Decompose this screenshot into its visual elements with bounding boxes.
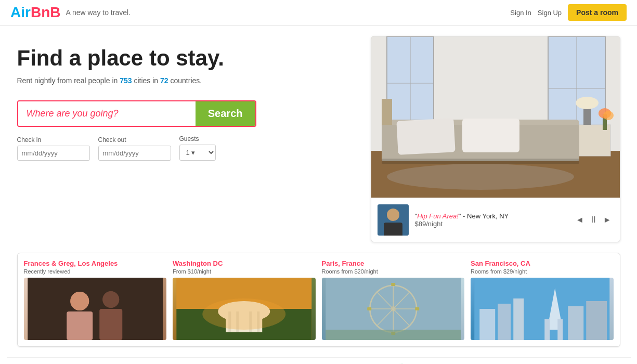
card-paris-image[interactable] — [322, 278, 465, 340]
subtitle-prefix: Rent nightly from real people in — [17, 76, 120, 85]
svg-point-29 — [70, 292, 89, 310]
press-section: As seen on: CNN The New York Times TechC… — [7, 357, 631, 364]
guests-group: Guests 1 ▾ 2 3 4 — [179, 135, 216, 161]
featured-image — [371, 36, 620, 198]
subtitle-middle: cities in — [132, 76, 160, 85]
checkin-label: Check in — [17, 136, 90, 144]
svg-point-19 — [387, 164, 574, 190]
prev-button[interactable]: ◄ — [574, 214, 586, 226]
logo-area: AirBnB A new way to travel. — [10, 4, 131, 21]
press-logo-cnn: CNN — [66, 362, 88, 364]
checkin-group: Check in — [17, 136, 90, 161]
svg-rect-28 — [99, 309, 122, 340]
card-dc-sublabel: From $10/night — [173, 268, 316, 275]
checkout-group: Check out — [98, 136, 171, 161]
caption-thumbnail — [378, 204, 409, 236]
guests-label: Guests — [179, 135, 216, 142]
countries-count: 72 — [160, 76, 168, 85]
card-sf-label: San Francisco, CA — [471, 259, 614, 267]
hero-subtitle: Rent nightly from real people in 753 cit… — [17, 76, 360, 85]
la-svg — [24, 278, 167, 340]
card-dc: Washington DC From $10/night — [173, 259, 316, 340]
search-input[interactable] — [18, 101, 196, 126]
svg-point-39 — [202, 298, 285, 330]
bedroom-scene-svg — [371, 36, 620, 198]
guests-select[interactable]: 1 ▾ 2 3 4 — [179, 145, 216, 161]
caption-location: " - New York, NY — [459, 212, 509, 220]
featured-caption: "Hip Fun Area!" - New York, NY $89/night… — [371, 198, 620, 242]
logo-air: Air — [10, 4, 31, 20]
header: AirBnB A new way to travel. Sign In Sign… — [0, 0, 637, 25]
featured-card: "Hip Fun Area!" - New York, NY $89/night… — [371, 36, 620, 242]
svg-point-30 — [102, 291, 119, 308]
svg-rect-20 — [382, 159, 579, 164]
post-room-button[interactable]: Post a room — [568, 4, 627, 21]
sf-svg — [471, 278, 614, 340]
svg-point-10 — [576, 97, 599, 109]
pause-button[interactable]: II — [589, 214, 598, 226]
card-dc-image[interactable] — [173, 278, 316, 340]
svg-point-22 — [387, 209, 399, 221]
card-la: Frances & Greg, Los Angeles Recently rev… — [24, 259, 167, 340]
svg-rect-52 — [326, 278, 461, 340]
checkout-input[interactable] — [98, 146, 171, 161]
checkin-input[interactable] — [17, 146, 90, 161]
svg-rect-26 — [67, 311, 93, 340]
caption-title: "Hip Fun Area!" - New York, NY — [415, 212, 567, 220]
card-la-label: Frances & Greg, Los Angeles — [24, 259, 167, 267]
svg-rect-17 — [396, 118, 455, 155]
card-paris-label: Paris, France — [322, 259, 465, 267]
search-box: Search — [17, 100, 256, 127]
card-dc-label: Washington DC — [173, 259, 316, 267]
caption-controls: ◄ II ► — [574, 214, 614, 226]
logo-bnb: BnB — [31, 4, 61, 20]
bottom-section: Frances & Greg, Los Angeles Recently rev… — [7, 253, 631, 347]
form-row: Check in Check out Guests 1 ▾ 2 3 4 — [17, 135, 256, 161]
card-sf-image[interactable] — [471, 278, 614, 340]
press-logos: CNN The New York Times TechCrunch Newswe… — [66, 362, 407, 364]
right-panel: "Hip Fun Area!" - New York, NY $89/night… — [371, 36, 620, 242]
card-la-sublabel: Recently reviewed — [24, 268, 167, 275]
logo-tagline: A new way to travel. — [66, 8, 131, 17]
svg-point-13 — [603, 111, 614, 120]
subtitle-suffix: countries. — [168, 76, 202, 85]
card-la-image[interactable] — [24, 278, 167, 340]
next-button[interactable]: ► — [601, 214, 614, 226]
card-sf-sublabel: Rooms from $29/night — [471, 268, 614, 275]
paris-svg — [322, 278, 465, 340]
cards-grid: Frances & Greg, Los Angeles Recently rev… — [17, 253, 620, 347]
thumbnail-svg — [378, 204, 409, 236]
left-panel: Find a place to stay. Rent nightly from … — [17, 36, 360, 242]
card-paris-sublabel: Rooms from $20/night — [322, 268, 465, 275]
logo: AirBnB — [10, 4, 60, 21]
signup-link[interactable]: Sign Up — [538, 9, 562, 17]
card-sf: San Francisco, CA Rooms from $29/night — [471, 259, 614, 340]
svg-rect-18 — [462, 119, 519, 152]
cities-count: 753 — [120, 76, 132, 85]
svg-rect-23 — [384, 223, 402, 236]
signin-link[interactable]: Sign In — [510, 9, 531, 17]
card-paris: Paris, France Rooms from $20/night — [322, 259, 465, 340]
svg-rect-24 — [28, 278, 163, 340]
hero-title: Find a place to stay. — [17, 46, 360, 70]
header-nav: Sign In Sign Up Post a room — [510, 4, 627, 21]
search-button[interactable]: Search — [196, 101, 255, 126]
dc-svg — [173, 278, 316, 340]
nbc-peacock-icon: 🦚 — [395, 362, 407, 365]
press-logo-nbc: 🦚 — [395, 362, 407, 365]
caption-price: $89/night — [415, 220, 567, 228]
main-content: Find a place to stay. Rent nightly from … — [7, 25, 631, 242]
caption-text-area: "Hip Fun Area!" - New York, NY $89/night — [415, 212, 567, 228]
checkout-label: Check out — [98, 136, 171, 144]
caption-name: Hip Fun Area! — [417, 212, 459, 220]
svg-rect-62 — [474, 278, 609, 340]
